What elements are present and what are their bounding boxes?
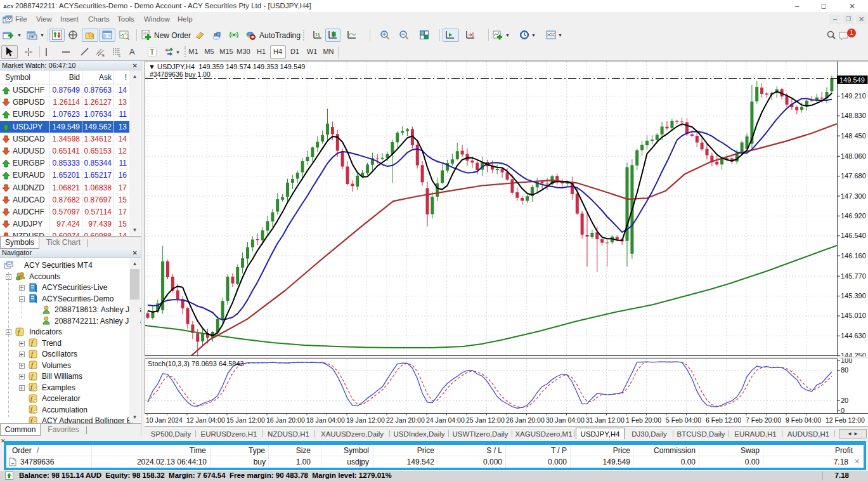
svg-text:5 Feb 04:00: 5 Feb 04:00 [666, 416, 701, 424]
svg-text:26 Jan 20:00: 26 Jan 20:00 [506, 416, 545, 424]
svg-text:7 Feb 20:00: 7 Feb 20:00 [746, 416, 781, 424]
svg-text:T: T [150, 48, 155, 56]
svg-text:▼ USDJPY,H4 149.359 149.574 1: ▼ USDJPY,H4 149.359 149.574 149.353 149.… [148, 63, 305, 70]
svg-text:E: E [102, 53, 105, 57]
svg-text:148.060: 148.060 [841, 152, 866, 160]
svg-text:145.770: 145.770 [841, 272, 866, 280]
svg-text:145.010: 145.010 [841, 312, 866, 319]
svg-text:15 Jan 12:00: 15 Jan 12:00 [226, 416, 265, 424]
svg-text:24 Jan 04:00: 24 Jan 04:00 [426, 416, 465, 424]
svg-text:147.680: 147.680 [841, 172, 866, 180]
svg-text:22 Jan 20:00: 22 Jan 20:00 [386, 416, 425, 424]
svg-text:30 Jan 04:00: 30 Jan 04:00 [546, 416, 585, 424]
svg-text:19 Jan 12:00: 19 Jan 12:00 [346, 416, 385, 424]
svg-text:10 Jan 2024: 10 Jan 2024 [146, 416, 183, 424]
svg-text:146.160: 146.160 [841, 252, 866, 260]
svg-text:149.549: 149.549 [839, 76, 865, 84]
svg-text:1 Feb 20:00: 1 Feb 20:00 [626, 416, 661, 424]
svg-text:148.830: 148.830 [841, 112, 866, 119]
svg-text:6 Feb 12:00: 6 Feb 12:00 [706, 416, 741, 424]
svg-text:149.210: 149.210 [841, 92, 866, 100]
svg-text:16 Jan 20:00: 16 Jan 20:00 [266, 416, 305, 424]
svg-text:F: F [119, 54, 121, 58]
svg-text:#34789636 buy 1.00: #34789636 buy 1.00 [150, 70, 211, 78]
svg-text:146.540: 146.540 [841, 232, 866, 239]
svg-text:146.920: 146.920 [841, 212, 866, 220]
svg-text:148.450: 148.450 [841, 132, 866, 140]
svg-text:ACY: ACY [3, 4, 13, 10]
svg-text:144.630: 144.630 [841, 332, 866, 339]
svg-text:9 Feb 04:00: 9 Feb 04:00 [786, 416, 821, 424]
svg-text:147.300: 147.300 [841, 192, 866, 200]
svg-text:145.390: 145.390 [841, 292, 866, 300]
svg-text:80: 80 [841, 366, 848, 374]
svg-text:31 Jan 12:00: 31 Jan 12:00 [586, 416, 625, 424]
svg-text:12 Jan 04:00: 12 Jan 04:00 [186, 416, 225, 424]
svg-text:12 Feb 12:00: 12 Feb 12:00 [826, 416, 865, 424]
svg-text:0: 0 [841, 407, 845, 414]
svg-text:25 Jan 12:00: 25 Jan 12:00 [466, 416, 505, 424]
svg-text:Stoch(10,3,3) 78.0693 64.5843: Stoch(10,3,3) 78.0693 64.5843 [148, 360, 244, 367]
svg-text:18 Jan 04:00: 18 Jan 04:00 [306, 416, 345, 424]
svg-text:20: 20 [841, 397, 848, 404]
